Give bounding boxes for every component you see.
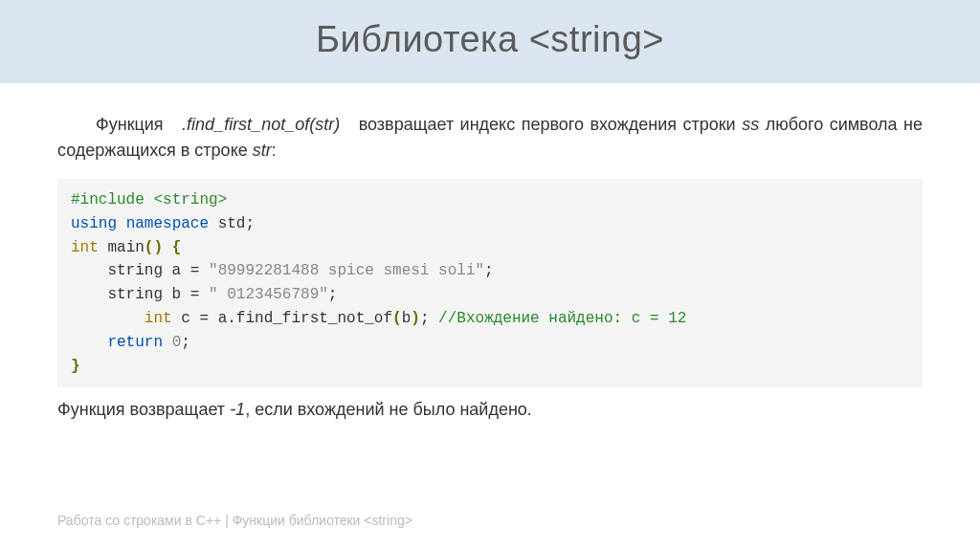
preproc-include: #include <box>71 191 145 209</box>
semi2: ; <box>328 286 338 303</box>
footer-left: Работа со строками в C++ <box>57 513 221 528</box>
brace-close: } <box>71 358 80 375</box>
intro-word: Функция <box>96 115 164 134</box>
footer: Работа со строками в C++ | Функции библи… <box>57 513 412 528</box>
line-c-call: c = a.find_first_not_of <box>172 310 392 327</box>
paren-close: ) <box>153 239 163 256</box>
kw-return: return <box>107 334 163 351</box>
after-prefix: Функция возвращает <box>57 400 225 419</box>
function-name: .find_first_not_of(str) <box>182 115 340 134</box>
ns-std: std; <box>218 215 255 232</box>
kw-int: int <box>71 239 99 256</box>
indent7 <box>71 334 107 351</box>
intro-ss: ss <box>742 115 759 134</box>
after-suffix: , если вхождений не было найдено. <box>245 400 532 419</box>
intro-paragraph: Функция .find_first_not_of(str) возвраща… <box>0 83 980 175</box>
page-title: Библиотека <string> <box>0 19 980 60</box>
paren-close2: ) <box>411 310 420 327</box>
footer-right: Функции библиотеки <string> <box>233 513 412 528</box>
comment: //Вхождение найдено: c = 12 <box>438 310 686 327</box>
semi: ; <box>484 262 494 279</box>
arg-b: b <box>402 310 412 327</box>
line-b-decl: string b = <box>71 286 209 303</box>
after-paragraph: Функция возвращает -1, если вхождений не… <box>0 395 980 423</box>
after-value: -1 <box>230 400 245 419</box>
str-b: " 0123456789" <box>209 286 328 303</box>
semi3: ; <box>420 310 438 327</box>
line-a-decl: string a = <box>71 262 209 279</box>
kw-namespace: namespace <box>126 215 209 232</box>
title-band: Библиотека <string> <box>0 0 980 83</box>
paren-open: ( <box>145 239 154 256</box>
footer-sep: | <box>221 513 232 528</box>
code-block: #include <string> using namespace std; i… <box>57 179 923 387</box>
paren-open2: ( <box>392 310 402 327</box>
kw-int2: int <box>145 310 172 327</box>
sp <box>163 334 172 351</box>
num-zero: 0 <box>172 334 182 351</box>
intro-str: str <box>253 141 272 160</box>
semi4: ; <box>181 334 190 351</box>
intro-mid: возвращает индекс первого вхождения стро… <box>359 115 736 134</box>
kw-using: using <box>71 215 117 232</box>
fn-main: main <box>107 239 144 256</box>
preproc-lib: <string> <box>153 191 227 209</box>
brace-open: { <box>163 239 181 256</box>
indent6 <box>71 310 145 327</box>
intro-end: : <box>272 141 277 160</box>
str-a: "89992281488 spice smesi soli" <box>209 262 484 279</box>
